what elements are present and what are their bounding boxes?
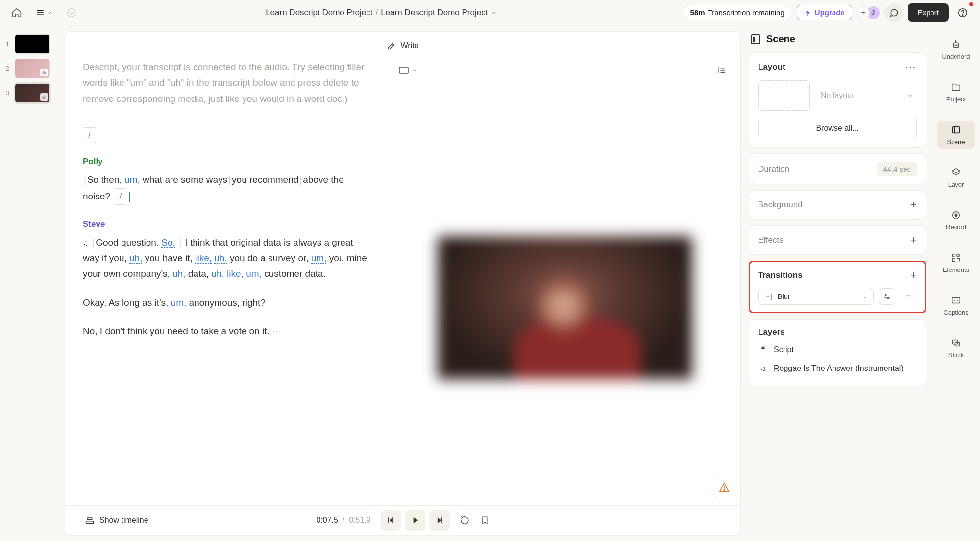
- rail-captions[interactable]: Captions: [937, 291, 975, 320]
- scene-icon: [751, 34, 760, 44]
- play-button[interactable]: [405, 510, 426, 531]
- menu-button[interactable]: [35, 8, 53, 18]
- chevron-down-icon: [907, 92, 914, 99]
- skip-back-button[interactable]: [381, 510, 401, 531]
- layer-music[interactable]: ♫ Reggae Is The Answer (Instrumental): [758, 359, 917, 378]
- timeline-icon: [85, 516, 95, 525]
- show-timeline-button[interactable]: Show timeline: [85, 516, 148, 525]
- svg-point-25: [955, 45, 956, 46]
- duration-value: 44.4 sec: [877, 162, 917, 176]
- transition-select[interactable]: →| Blur ⌄: [758, 288, 874, 305]
- rail-elements[interactable]: Elements: [937, 248, 975, 277]
- collaborators[interactable]: + J: [857, 6, 880, 19]
- warning-icon[interactable]: [713, 476, 735, 498]
- home-icon[interactable]: [8, 4, 25, 22]
- transcription-remaining[interactable]: 58m Transcription remaining: [683, 5, 792, 20]
- svg-rect-37: [952, 298, 960, 303]
- rail-scene[interactable]: Scene: [937, 121, 975, 149]
- play-controls: [381, 510, 450, 531]
- rail-underlord[interactable]: Underlord: [937, 35, 975, 64]
- layout-select[interactable]: No layout: [818, 91, 917, 100]
- rail-project[interactable]: Project: [937, 78, 975, 107]
- captions-icon: [951, 295, 961, 306]
- transcript[interactable]: Descript, your transcript is connected t…: [65, 59, 389, 535]
- editor-body: Descript, your transcript is connected t…: [65, 59, 740, 535]
- scene-thumb-3[interactable]: 3 ◎: [6, 83, 59, 103]
- folder-icon: [951, 82, 961, 93]
- speaker-label-polly[interactable]: Polly: [83, 155, 371, 169]
- svg-point-21: [885, 294, 886, 295]
- speaker-label-steve[interactable]: Steve: [83, 218, 371, 232]
- pen-icon: [387, 41, 396, 50]
- add-collaborator-icon[interactable]: +: [857, 6, 870, 19]
- video-preview[interactable]: [389, 81, 740, 535]
- preview-column: [389, 59, 740, 535]
- scene-panel: Scene Layout ⋯ No layout Browse all... D…: [741, 25, 932, 541]
- layout-title: Layout: [758, 62, 785, 72]
- notification-dot: [969, 2, 973, 6]
- underlord-icon: [951, 39, 961, 50]
- layout-preview-box[interactable]: [758, 80, 810, 111]
- breadcrumb-current[interactable]: Learn Descript Demo Project: [381, 8, 488, 18]
- background-label: Background: [758, 200, 803, 210]
- write-button[interactable]: Write: [387, 41, 418, 50]
- transcript-line[interactable]: ¦So then, um, what are some ways¦you rec…: [83, 172, 371, 205]
- transitions-label: Transitions: [758, 270, 803, 280]
- transcription-time: 58m: [690, 8, 705, 17]
- svg-rect-29: [953, 127, 960, 133]
- chevron-down-icon[interactable]: [490, 9, 497, 16]
- browse-layouts-button[interactable]: Browse all...: [758, 118, 917, 139]
- editor-panel: Write Descript, your transcript is conne…: [65, 31, 741, 535]
- svg-marker-15: [390, 517, 393, 523]
- bookmark-icon[interactable]: [481, 516, 490, 525]
- transcript-line[interactable]: Okay. As long as it's, um, anonymous, ri…: [83, 295, 371, 311]
- svg-marker-17: [414, 517, 418, 523]
- checkmark-status-icon[interactable]: [63, 4, 80, 22]
- lightning-icon: [804, 9, 812, 17]
- layer-script[interactable]: ❝ Script: [758, 340, 917, 359]
- svg-point-5: [962, 14, 963, 15]
- scene-thumb-1[interactable]: 1: [6, 34, 59, 54]
- breadcrumb[interactable]: Learn Descript Demo Project / Learn Desc…: [80, 8, 683, 18]
- record-icon: [951, 210, 961, 221]
- breadcrumb-parent[interactable]: Learn Descript Demo Project: [266, 8, 372, 18]
- upgrade-button[interactable]: Upgrade: [797, 5, 852, 20]
- svg-point-33: [955, 214, 957, 217]
- video-frame: [438, 236, 692, 379]
- add-effect-button[interactable]: +: [910, 234, 917, 246]
- rail-stock[interactable]: Stock: [937, 334, 975, 363]
- transcript-line[interactable]: ♫¦Good question. So, ¦ I think that orig…: [83, 235, 371, 282]
- add-transition-button[interactable]: +: [910, 269, 917, 282]
- topbar-left: [8, 4, 80, 22]
- scene-thumb-2[interactable]: 2 ◎: [6, 59, 59, 78]
- duration-card: Duration 44.4 sec: [749, 153, 926, 184]
- stock-icon: [951, 338, 961, 348]
- remove-transition-button[interactable]: −: [900, 288, 917, 305]
- export-button[interactable]: Export: [908, 3, 949, 22]
- transcript-line[interactable]: No, I don't think you need to take a vot…: [83, 323, 371, 339]
- skip-forward-button[interactable]: [430, 510, 450, 531]
- help-button[interactable]: [954, 3, 972, 22]
- layers-card: Layers ❝ Script ♫ Reggae Is The Answer (…: [749, 319, 926, 386]
- more-icon[interactable]: ⋯: [905, 61, 917, 74]
- comment-icon[interactable]: [884, 3, 903, 22]
- rail-layer[interactable]: Layer: [937, 163, 975, 192]
- transition-settings-button[interactable]: [879, 288, 895, 305]
- aspect-ratio-button[interactable]: [399, 67, 417, 74]
- svg-rect-24: [954, 43, 959, 47]
- time-display: 0:07.5 / 0:51.9: [316, 516, 370, 525]
- columns-icon[interactable]: [713, 61, 731, 79]
- scene-marker[interactable]: /: [83, 127, 96, 144]
- svg-point-28: [956, 41, 956, 42]
- loop-icon[interactable]: [460, 516, 470, 525]
- rail-record[interactable]: Record: [937, 206, 975, 235]
- player-bar: Show timeline 0:07.5 / 0:51.9: [65, 505, 740, 535]
- inline-marker[interactable]: /: [115, 188, 126, 205]
- duration-label: Duration: [758, 164, 789, 174]
- scene-panel-header: Scene: [749, 33, 926, 45]
- chevron-down-icon: ⌄: [862, 293, 867, 300]
- svg-rect-14: [87, 518, 92, 519]
- svg-rect-6: [399, 67, 408, 73]
- topbar-right: 58m Transcription remaining Upgrade + J …: [683, 3, 972, 22]
- add-background-button[interactable]: +: [910, 198, 917, 211]
